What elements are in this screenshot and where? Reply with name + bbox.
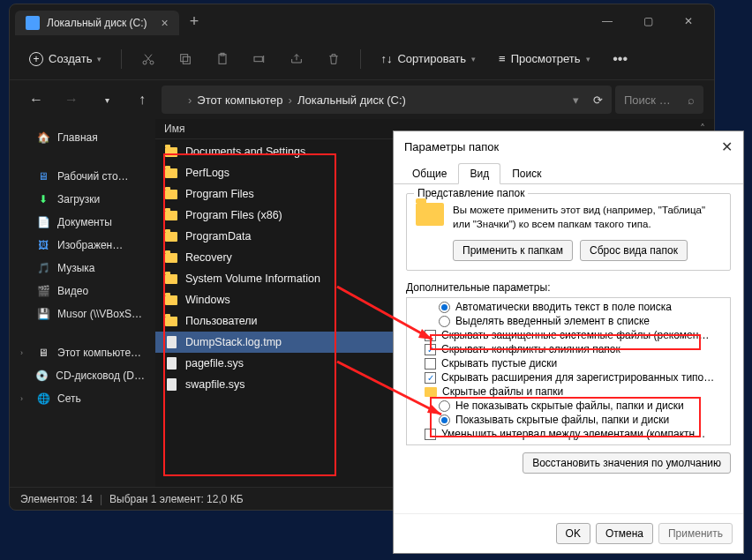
cancel-button[interactable]: Отмена [596,523,653,544]
sidebar-item-downloads[interactable]: ⬇Загрузки [13,188,152,211]
sidebar-item-musor[interactable]: 💾Musor (\\VBoxS… [13,302,152,325]
dialog-title: Параметры папок [404,140,499,153]
window-tab[interactable]: Локальный диск (C:) × [15,11,179,35]
svg-rect-6 [254,56,262,61]
new-button[interactable]: + Создать ▾ [20,47,110,71]
file-name: Windows [185,294,230,306]
radio-icon [439,316,450,327]
tab-view[interactable]: Вид [458,163,500,184]
view-icon: ≡ [499,52,506,65]
tree-radio[interactable]: Автоматически вводить текст в поле поиск… [410,300,726,314]
apply-to-folders-button[interactable]: Применить к папкам [453,240,573,261]
folder-icon [164,314,178,328]
chevron-right-icon[interactable]: › [20,348,29,357]
tree-radio-show-hidden[interactable]: Показывать скрытые файлы, папки и диски [410,413,726,427]
tree-checkbox[interactable]: Уменьшить интервал между элементами (ком… [410,427,726,441]
view-button[interactable]: ≡ Просмотреть ▾ [490,47,599,71]
forward-button[interactable]: → [56,84,87,116]
tree-folder-node[interactable]: Скрытые файлы и папки [410,385,726,399]
tree-checkbox[interactable]: Скрывать конфликты слияния папок [410,342,726,356]
radio-icon [439,302,450,313]
restore-defaults-button[interactable]: Восстановить значения по умолчанию [523,452,731,474]
separator [360,49,361,69]
close-icon[interactable]: ✕ [721,138,733,155]
file-name: Recovery [185,251,232,264]
file-name: Documents and Settings [185,146,305,158]
dialog-tabs: Общие Вид Поиск [394,162,743,184]
sidebar-label: Видео [57,285,88,297]
tab-search[interactable]: Поиск [500,163,553,184]
tree-checkbox[interactable]: Скрывать расширения для зарегистрированн… [410,370,726,385]
sidebar-item-documents[interactable]: 📄Документы [13,211,152,234]
sidebar-item-cddrive[interactable]: 💿CD-дисковод (D… [13,364,152,387]
folder-icon [164,145,178,159]
tree-radio[interactable]: Не показывать скрытые файлы, папки и дис… [410,399,726,413]
breadcrumb-root[interactable]: Этот компьютер [197,93,282,107]
chevron-down-icon: ▾ [97,55,102,63]
sidebar-item-home[interactable]: 🏠Главная [13,126,152,149]
address-bar[interactable]: › Этот компьютер › Локальный диск (C:) ▾… [162,86,612,114]
sidebar-item-music[interactable]: 🎵Музыка [13,257,152,280]
apply-button[interactable]: Применить [658,523,733,544]
search-input[interactable]: Поиск … ⌕ [615,86,703,114]
up-button[interactable]: ↑ [126,84,158,116]
minimize-button[interactable]: — [587,7,628,35]
search-icon: ⌕ [688,93,695,107]
folder-icon [164,187,178,201]
maximize-button[interactable]: ▢ [628,7,668,35]
checkbox-icon [425,429,436,440]
more-button[interactable]: ••• [605,43,636,75]
new-tab-button[interactable]: + [190,12,199,31]
refresh-button[interactable]: ⟳ [593,93,603,107]
sidebar-item-videos[interactable]: 🎬Видео [13,280,152,302]
tree-checkbox-hide-protected[interactable]: Скрывать защищенные системные файлы (рек… [410,328,726,342]
dialog-footer: OK Отмена Применить [394,513,743,553]
chevron-down-icon: ▾ [471,55,476,63]
tab-general[interactable]: Общие [401,163,458,184]
pictures-icon: 🖼 [36,238,50,252]
recent-button[interactable]: ▾ [91,84,123,116]
group-text: Вы можете применить этот вид (например, … [453,203,721,231]
tree-radio[interactable]: Выделять введенный элемент в списке [410,314,726,328]
advanced-settings-tree[interactable]: Автоматически вводить текст в поле поиск… [406,297,731,445]
sidebar-item-pictures[interactable]: 🖼Изображен… [13,234,152,257]
sidebar-label: Рабочий сто… [57,170,129,183]
share-button[interactable] [281,43,312,75]
delete-button[interactable] [318,43,350,75]
tab-title: Локальный диск (C:) [47,17,147,29]
back-button[interactable]: ← [20,84,52,116]
sort-label: Сортировать [397,52,466,65]
drive-icon [26,16,40,30]
chevron-down-icon: ▾ [586,55,590,63]
ok-button[interactable]: OK [556,523,590,544]
rename-button[interactable] [244,43,275,75]
file-icon [164,356,178,370]
documents-icon: 📄 [36,215,50,229]
close-tab-icon[interactable]: × [162,16,169,30]
search-placeholder: Поиск … [624,93,671,107]
tree-checkbox[interactable]: Скрывать пустые диски [410,356,726,370]
file-name: ProgramData [185,230,251,243]
sidebar-item-network[interactable]: ›🌐Сеть [13,387,152,410]
sidebar-item-desktop[interactable]: 🖥Рабочий сто… [13,165,152,188]
copy-button[interactable] [169,43,201,75]
reset-folders-button[interactable]: Сброс вида папок [580,240,688,261]
breadcrumb-current[interactable]: Локальный диск (C:) [297,93,406,107]
sidebar-item-thispc[interactable]: ›🖥Этот компьюте… [13,341,152,364]
titlebar: Локальный диск (C:) × + — ▢ ✕ [10,4,714,38]
sidebar-label: Сеть [57,392,81,405]
drive-icon [170,93,183,106]
radio-icon [439,414,450,426]
column-name-label: Имя [164,123,184,135]
close-window-button[interactable]: ✕ [668,7,709,35]
sidebar-label: Musor (\\VBoxS… [57,308,142,320]
sort-button[interactable]: ↑↓ Сортировать ▾ [372,47,485,71]
paste-button[interactable] [207,43,238,75]
chevron-down-icon[interactable]: ▾ [573,93,579,107]
folder-views-group: Представление папок Вы можете применить … [406,193,731,271]
chevron-right-icon[interactable]: › [20,394,29,403]
cut-button[interactable] [132,43,164,75]
network-icon: 🌐 [36,392,50,406]
sidebar-label: Документы [57,216,112,228]
plus-icon: + [29,52,43,66]
